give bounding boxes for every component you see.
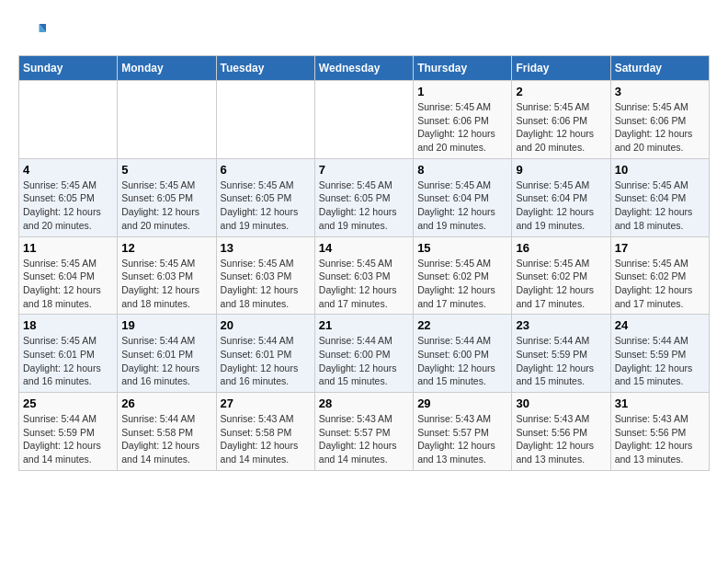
day-number: 7 xyxy=(319,163,409,177)
day-cell: 28Sunrise: 5:43 AM Sunset: 5:57 PM Dayli… xyxy=(314,393,413,471)
header-sunday: Sunday xyxy=(19,56,118,81)
day-number: 27 xyxy=(221,396,311,410)
day-info: Sunrise: 5:45 AM Sunset: 6:04 PM Dayligh… xyxy=(615,178,705,233)
day-cell: 8Sunrise: 5:45 AM Sunset: 6:04 PM Daylig… xyxy=(414,158,512,236)
day-number: 15 xyxy=(417,241,507,255)
header-row: SundayMondayTuesdayWednesdayThursdayFrid… xyxy=(19,56,710,81)
day-cell xyxy=(118,81,216,159)
day-number: 14 xyxy=(319,241,409,255)
day-number: 17 xyxy=(615,241,705,255)
day-number: 23 xyxy=(516,318,606,332)
day-info: Sunrise: 5:44 AM Sunset: 5:59 PM Dayligh… xyxy=(516,334,606,388)
day-cell: 24Sunrise: 5:44 AM Sunset: 5:59 PM Dayli… xyxy=(610,315,709,393)
header-monday: Monday xyxy=(118,56,216,81)
day-info: Sunrise: 5:45 AM Sunset: 6:02 PM Dayligh… xyxy=(615,257,705,311)
day-info: Sunrise: 5:43 AM Sunset: 5:56 PM Dayligh… xyxy=(615,412,705,466)
day-cell: 27Sunrise: 5:43 AM Sunset: 5:58 PM Dayli… xyxy=(216,393,314,471)
day-number: 9 xyxy=(516,163,606,177)
header-saturday: Saturday xyxy=(610,56,709,81)
week-row-1: 1Sunrise: 5:45 AM Sunset: 6:06 PM Daylig… xyxy=(19,81,710,159)
day-cell: 13Sunrise: 5:45 AM Sunset: 6:03 PM Dayli… xyxy=(216,236,314,315)
day-number: 5 xyxy=(121,163,211,177)
day-info: Sunrise: 5:44 AM Sunset: 6:00 PM Dayligh… xyxy=(417,334,507,388)
day-number: 26 xyxy=(121,396,211,410)
day-number: 2 xyxy=(516,85,606,98)
day-number: 1 xyxy=(417,85,507,98)
day-number: 6 xyxy=(221,163,311,177)
week-row-4: 18Sunrise: 5:45 AM Sunset: 6:01 PM Dayli… xyxy=(19,315,710,393)
day-info: Sunrise: 5:44 AM Sunset: 5:58 PM Dayligh… xyxy=(121,412,211,466)
day-number: 13 xyxy=(221,241,311,255)
day-number: 10 xyxy=(615,163,705,177)
day-cell: 17Sunrise: 5:45 AM Sunset: 6:02 PM Dayli… xyxy=(610,236,709,315)
day-cell: 30Sunrise: 5:43 AM Sunset: 5:56 PM Dayli… xyxy=(512,393,610,471)
day-info: Sunrise: 5:45 AM Sunset: 6:05 PM Dayligh… xyxy=(319,178,409,233)
day-number: 30 xyxy=(516,396,606,410)
header-wednesday: Wednesday xyxy=(314,56,413,81)
day-cell: 14Sunrise: 5:45 AM Sunset: 6:03 PM Dayli… xyxy=(314,236,413,315)
page-header xyxy=(18,18,710,46)
day-cell: 4Sunrise: 5:45 AM Sunset: 6:05 PM Daylig… xyxy=(19,158,118,236)
day-cell xyxy=(19,81,118,159)
day-info: Sunrise: 5:45 AM Sunset: 6:02 PM Dayligh… xyxy=(417,257,507,311)
day-number: 22 xyxy=(417,318,507,332)
calendar-table: SundayMondayTuesdayWednesdayThursdayFrid… xyxy=(18,55,710,471)
week-row-3: 11Sunrise: 5:45 AM Sunset: 6:04 PM Dayli… xyxy=(19,236,710,315)
day-cell: 22Sunrise: 5:44 AM Sunset: 6:00 PM Dayli… xyxy=(414,315,512,393)
week-row-5: 25Sunrise: 5:44 AM Sunset: 5:59 PM Dayli… xyxy=(19,393,710,471)
day-cell: 26Sunrise: 5:44 AM Sunset: 5:58 PM Dayli… xyxy=(118,393,216,471)
day-info: Sunrise: 5:45 AM Sunset: 6:04 PM Dayligh… xyxy=(23,257,113,311)
day-info: Sunrise: 5:44 AM Sunset: 5:59 PM Dayligh… xyxy=(23,412,113,466)
day-cell: 16Sunrise: 5:45 AM Sunset: 6:02 PM Dayli… xyxy=(512,236,610,315)
day-info: Sunrise: 5:44 AM Sunset: 5:59 PM Dayligh… xyxy=(615,334,705,388)
day-info: Sunrise: 5:45 AM Sunset: 6:06 PM Dayligh… xyxy=(615,100,705,155)
day-number: 24 xyxy=(615,318,705,332)
header-tuesday: Tuesday xyxy=(216,56,314,81)
day-number: 4 xyxy=(23,163,113,177)
day-cell: 19Sunrise: 5:44 AM Sunset: 6:01 PM Dayli… xyxy=(118,315,216,393)
calendar-header: SundayMondayTuesdayWednesdayThursdayFrid… xyxy=(19,56,710,81)
day-number: 11 xyxy=(23,241,113,255)
day-number: 31 xyxy=(615,396,705,410)
day-cell xyxy=(216,81,314,159)
day-cell: 31Sunrise: 5:43 AM Sunset: 5:56 PM Dayli… xyxy=(610,393,709,471)
day-cell: 21Sunrise: 5:44 AM Sunset: 6:00 PM Dayli… xyxy=(314,315,413,393)
day-cell: 10Sunrise: 5:45 AM Sunset: 6:04 PM Dayli… xyxy=(610,158,709,236)
day-info: Sunrise: 5:45 AM Sunset: 6:06 PM Dayligh… xyxy=(417,100,507,155)
day-number: 28 xyxy=(319,396,409,410)
day-cell: 29Sunrise: 5:43 AM Sunset: 5:57 PM Dayli… xyxy=(414,393,512,471)
day-info: Sunrise: 5:45 AM Sunset: 6:05 PM Dayligh… xyxy=(221,178,311,233)
day-info: Sunrise: 5:44 AM Sunset: 6:00 PM Dayligh… xyxy=(319,334,409,388)
day-number: 29 xyxy=(417,396,507,410)
day-number: 16 xyxy=(516,241,606,255)
day-info: Sunrise: 5:45 AM Sunset: 6:01 PM Dayligh… xyxy=(23,334,113,388)
day-info: Sunrise: 5:45 AM Sunset: 6:02 PM Dayligh… xyxy=(516,257,606,311)
week-row-2: 4Sunrise: 5:45 AM Sunset: 6:05 PM Daylig… xyxy=(19,158,710,236)
day-info: Sunrise: 5:45 AM Sunset: 6:05 PM Dayligh… xyxy=(121,178,211,233)
day-info: Sunrise: 5:43 AM Sunset: 5:56 PM Dayligh… xyxy=(516,412,606,466)
day-cell: 5Sunrise: 5:45 AM Sunset: 6:05 PM Daylig… xyxy=(118,158,216,236)
day-number: 19 xyxy=(121,318,211,332)
day-info: Sunrise: 5:43 AM Sunset: 5:57 PM Dayligh… xyxy=(417,412,507,466)
day-info: Sunrise: 5:45 AM Sunset: 6:03 PM Dayligh… xyxy=(221,257,311,311)
day-cell: 18Sunrise: 5:45 AM Sunset: 6:01 PM Dayli… xyxy=(19,315,118,393)
day-info: Sunrise: 5:44 AM Sunset: 6:01 PM Dayligh… xyxy=(221,334,311,388)
header-thursday: Thursday xyxy=(414,56,512,81)
day-number: 12 xyxy=(121,241,211,255)
day-info: Sunrise: 5:43 AM Sunset: 5:57 PM Dayligh… xyxy=(319,412,409,466)
day-cell: 2Sunrise: 5:45 AM Sunset: 6:06 PM Daylig… xyxy=(512,81,610,159)
logo-icon xyxy=(18,18,46,46)
day-cell: 12Sunrise: 5:45 AM Sunset: 6:03 PM Dayli… xyxy=(118,236,216,315)
day-cell: 6Sunrise: 5:45 AM Sunset: 6:05 PM Daylig… xyxy=(216,158,314,236)
day-number: 18 xyxy=(23,318,113,332)
day-info: Sunrise: 5:44 AM Sunset: 6:01 PM Dayligh… xyxy=(121,334,211,388)
calendar-body: 1Sunrise: 5:45 AM Sunset: 6:06 PM Daylig… xyxy=(19,81,710,471)
day-cell: 20Sunrise: 5:44 AM Sunset: 6:01 PM Dayli… xyxy=(216,315,314,393)
day-info: Sunrise: 5:45 AM Sunset: 6:03 PM Dayligh… xyxy=(121,257,211,311)
day-cell xyxy=(314,81,413,159)
day-number: 21 xyxy=(319,318,409,332)
day-number: 8 xyxy=(417,163,507,177)
header-friday: Friday xyxy=(512,56,610,81)
day-info: Sunrise: 5:43 AM Sunset: 5:58 PM Dayligh… xyxy=(221,412,311,466)
day-info: Sunrise: 5:45 AM Sunset: 6:04 PM Dayligh… xyxy=(417,178,507,233)
